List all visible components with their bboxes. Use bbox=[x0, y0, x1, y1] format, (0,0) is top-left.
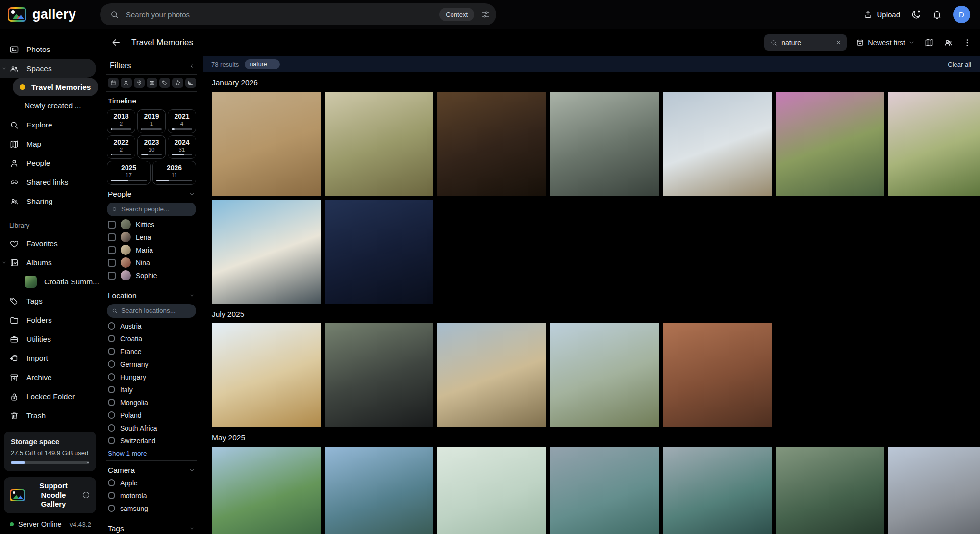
radio-button[interactable] bbox=[108, 411, 115, 419]
location-option-hungary[interactable]: Hungary bbox=[107, 371, 196, 383]
timeline-year-2019[interactable]: 2019 1 bbox=[137, 109, 166, 133]
person-filter-maria[interactable]: Maria bbox=[107, 244, 196, 256]
sidebar-item-archive[interactable]: Archive bbox=[0, 368, 100, 387]
photo-cliff-over-alpine-lake[interactable] bbox=[663, 447, 772, 534]
chevron-down-icon[interactable] bbox=[189, 467, 195, 473]
person-filter-lena[interactable]: Lena bbox=[107, 231, 196, 244]
remove-chip-icon[interactable] bbox=[271, 62, 275, 67]
search-filters-icon[interactable] bbox=[481, 10, 490, 19]
photo-misty-lake-reflection[interactable] bbox=[437, 447, 546, 534]
radio-button[interactable] bbox=[108, 424, 115, 432]
photo-zebra-in-savanna[interactable] bbox=[212, 92, 321, 196]
quick-filter-tag-icon[interactable] bbox=[159, 78, 170, 88]
sidebar-item-croatia-summ[interactable]: Croatia Summ... bbox=[0, 272, 100, 291]
chevron-down-icon[interactable] bbox=[189, 525, 195, 532]
sidebar-item-newly-created[interactable]: Newly created ... bbox=[0, 96, 100, 115]
radio-button[interactable] bbox=[108, 505, 115, 512]
photo-gothic-cathedral[interactable] bbox=[888, 447, 980, 534]
location-option-south-africa[interactable]: South Africa bbox=[107, 422, 196, 434]
clear-search-icon[interactable] bbox=[835, 39, 842, 46]
photo-pink-ice-plant-flowers[interactable] bbox=[776, 92, 884, 196]
sidebar-item-travel-memories[interactable]: Travel Memories bbox=[13, 78, 98, 96]
dark-mode-icon[interactable] bbox=[911, 9, 921, 20]
notifications-bell-icon[interactable] bbox=[932, 9, 942, 20]
radio-button[interactable] bbox=[108, 492, 115, 499]
people-search-input[interactable] bbox=[121, 205, 191, 213]
timeline-year-2023[interactable]: 2023 10 bbox=[137, 135, 166, 159]
location-option-poland[interactable]: Poland bbox=[107, 409, 196, 422]
quick-filter-calendar-icon[interactable] bbox=[108, 78, 119, 88]
photo-penguin-colony-beach[interactable] bbox=[212, 200, 321, 304]
photo-portrait-black-beanie-forest[interactable] bbox=[325, 323, 433, 427]
sidebar-item-map[interactable]: Map bbox=[0, 134, 100, 153]
radio-button[interactable] bbox=[108, 348, 115, 355]
timeline-year-2026[interactable]: 2026 11 bbox=[152, 161, 196, 185]
quick-filter-star-icon[interactable] bbox=[172, 78, 183, 88]
photo-alpine-valley-aerial[interactable] bbox=[212, 447, 321, 534]
sidebar-item-trash[interactable]: Trash bbox=[0, 406, 100, 425]
photo-cave-stalactites[interactable] bbox=[437, 92, 546, 196]
person-filter-kitties[interactable]: Kitties bbox=[107, 218, 196, 231]
album-search[interactable] bbox=[764, 34, 847, 51]
photo-river-through-steppe[interactable] bbox=[550, 323, 659, 427]
photo-sand-dunes-aerial-sun[interactable] bbox=[212, 323, 321, 427]
collapse-filters-icon[interactable] bbox=[188, 62, 195, 69]
timeline-year-2021[interactable]: 2021 4 bbox=[168, 109, 196, 133]
person-checkbox[interactable] bbox=[108, 259, 116, 267]
timeline-year-2025[interactable]: 2025 17 bbox=[107, 161, 151, 185]
filter-chip-nature[interactable]: nature bbox=[245, 59, 279, 69]
photo-desert-dunes-landscape[interactable] bbox=[437, 323, 546, 427]
radio-button[interactable] bbox=[108, 479, 115, 486]
global-search-input[interactable] bbox=[126, 10, 432, 19]
photo-city-skyline-night[interactable] bbox=[325, 200, 433, 304]
context-chip[interactable]: Context bbox=[439, 8, 474, 21]
quick-filter-location-pin-icon[interactable] bbox=[134, 78, 145, 88]
radio-button[interactable] bbox=[108, 386, 115, 393]
location-option-germany[interactable]: Germany bbox=[107, 358, 196, 371]
chevron-down-icon[interactable] bbox=[189, 292, 195, 299]
camera-option-motorola[interactable]: motorola bbox=[107, 489, 196, 502]
sidebar-item-explore[interactable]: Explore bbox=[0, 115, 100, 134]
radio-button[interactable] bbox=[108, 322, 115, 330]
person-checkbox[interactable] bbox=[108, 221, 116, 229]
photo-mountains-over-turquoise-lake[interactable] bbox=[550, 447, 659, 534]
timeline-year-2024[interactable]: 2024 31 bbox=[168, 135, 196, 159]
sidebar-item-spaces[interactable]: Spaces bbox=[0, 59, 96, 78]
person-checkbox[interactable] bbox=[108, 246, 116, 254]
person-filter-nina[interactable]: Nina bbox=[107, 256, 196, 269]
radio-button[interactable] bbox=[108, 360, 115, 368]
location-option-austria[interactable]: Austria bbox=[107, 320, 196, 332]
chevron-down-icon[interactable] bbox=[189, 191, 195, 197]
info-icon[interactable] bbox=[82, 491, 90, 499]
people-search[interactable] bbox=[107, 203, 196, 216]
person-checkbox[interactable] bbox=[108, 233, 116, 241]
radio-button[interactable] bbox=[108, 399, 115, 406]
map-view-icon[interactable] bbox=[924, 38, 934, 48]
location-option-italy[interactable]: Italy bbox=[107, 383, 196, 396]
location-option-croatia[interactable]: Croatia bbox=[107, 332, 196, 345]
person-checkbox[interactable] bbox=[108, 272, 116, 280]
user-avatar[interactable]: D bbox=[953, 6, 970, 23]
global-search[interactable]: Context bbox=[100, 3, 496, 25]
chevron-down-icon[interactable] bbox=[1, 65, 7, 72]
photo-protea-flower[interactable] bbox=[888, 92, 980, 196]
quick-filter-camera-icon[interactable] bbox=[147, 78, 157, 88]
shared-users-icon[interactable] bbox=[943, 38, 953, 48]
radio-button[interactable] bbox=[108, 335, 115, 342]
photo-stones-and-driftwood[interactable] bbox=[550, 92, 659, 196]
clear-all-button[interactable]: Clear all bbox=[948, 61, 971, 68]
sidebar-item-locked-folder[interactable]: Locked Folder bbox=[0, 387, 100, 406]
sidebar-item-utilities[interactable]: Utilities bbox=[0, 330, 100, 349]
upload-button[interactable]: Upload bbox=[863, 10, 900, 19]
photo-red-rock-cliffs[interactable] bbox=[663, 323, 772, 427]
sidebar-item-people[interactable]: People bbox=[0, 153, 100, 173]
photo-mountain-lake-village[interactable] bbox=[325, 447, 433, 534]
camera-option-samsung[interactable]: samsung bbox=[107, 502, 196, 515]
timeline-year-2018[interactable]: 2018 2 bbox=[107, 109, 135, 133]
sort-order-button[interactable]: Newest first bbox=[856, 38, 915, 47]
photo-white-church-mountain-path[interactable] bbox=[663, 92, 772, 196]
sidebar-item-shared-links[interactable]: Shared links bbox=[0, 173, 100, 192]
sidebar-item-import[interactable]: Import bbox=[0, 349, 100, 368]
sidebar-item-photos[interactable]: Photos bbox=[0, 40, 100, 59]
more-options-icon[interactable] bbox=[962, 38, 972, 48]
